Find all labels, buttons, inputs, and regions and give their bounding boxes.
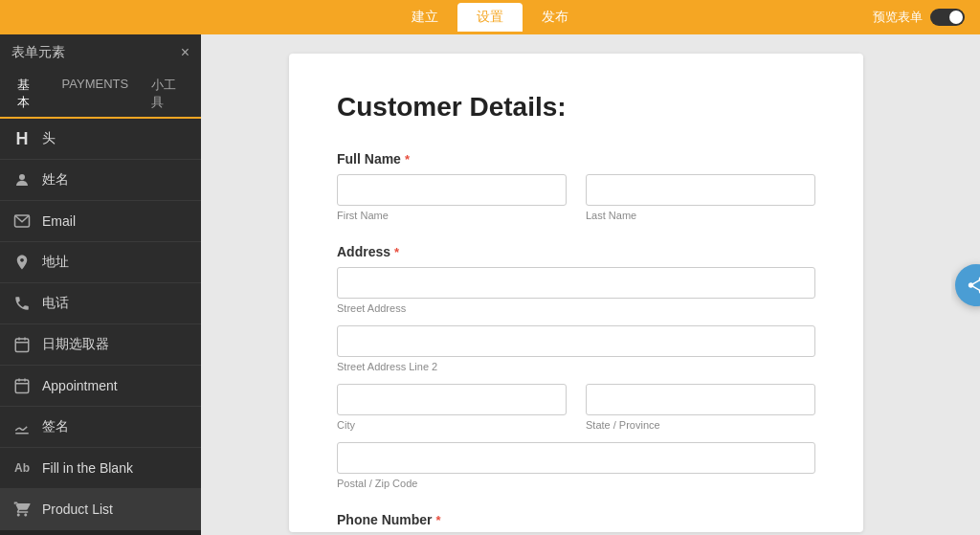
- top-navigation: 建立 设置 发布 预览表单: [0, 0, 980, 34]
- address-label: Address *: [337, 244, 815, 259]
- location-icon: [11, 252, 33, 273]
- sidebar-tab-payments[interactable]: PAYMENTS: [53, 71, 139, 117]
- sidebar-item-label: 地址: [42, 254, 69, 271]
- sidebar-item-heading[interactable]: H 头: [0, 119, 201, 160]
- sidebar-item-name[interactable]: 姓名: [0, 160, 201, 201]
- postal-sublabel: Postal / Zip Code: [337, 478, 815, 489]
- street2-input[interactable]: [337, 325, 815, 357]
- lastname-col: Last Name: [586, 174, 815, 221]
- sidebar-section-label: BASIC ELEMENTS: [0, 530, 201, 535]
- sidebar-item-datepicker[interactable]: 日期选取器: [0, 324, 201, 366]
- firstname-input[interactable]: [337, 174, 567, 206]
- signature-icon: [11, 416, 33, 437]
- preview-label: 预览表单: [873, 9, 923, 26]
- form-canvas: Customer Details: Full Name * First Name…: [289, 54, 863, 532]
- firstname-sublabel: First Name: [337, 210, 567, 221]
- sidebar-items-list: H 头 姓名 Email 地址: [0, 119, 201, 535]
- nav-tab-settings[interactable]: 设置: [457, 3, 523, 32]
- sidebar-close-button[interactable]: ×: [181, 44, 189, 61]
- sidebar-item-label: 姓名: [42, 171, 69, 189]
- nav-tabs: 建立 设置 发布: [392, 3, 588, 32]
- fab-button[interactable]: [955, 264, 980, 306]
- sidebar-item-label: 电话: [42, 295, 69, 312]
- heading-icon: H: [11, 128, 33, 149]
- phone-label: Phone Number *: [337, 512, 815, 527]
- lastname-sublabel: Last Name: [586, 210, 815, 221]
- sidebar-tab-basic[interactable]: 基本: [8, 71, 49, 119]
- fullname-label: Full Name *: [337, 151, 815, 167]
- nav-right-area: 预览表单: [873, 9, 965, 26]
- person-icon: [11, 169, 33, 190]
- share-icon: [966, 275, 980, 296]
- fullname-row: First Name Last Name: [337, 174, 815, 221]
- state-sublabel: State / Province: [586, 419, 815, 431]
- sidebar-item-address[interactable]: 地址: [0, 242, 201, 283]
- sidebar-item-email[interactable]: Email: [0, 201, 201, 242]
- phone-section: Phone Number *: [337, 512, 815, 527]
- required-star-address: *: [394, 245, 399, 259]
- postal-col: Postal / Zip Code: [337, 442, 815, 489]
- sidebar: 表单元素 × 基本 PAYMENTS 小工具 H 头 姓名: [0, 34, 201, 535]
- fullname-section: Full Name * First Name Last Name: [337, 151, 815, 221]
- sidebar-item-product-list[interactable]: Product List: [0, 489, 201, 530]
- street1-col: Street Address: [337, 267, 815, 314]
- sidebar-item-label: Product List: [42, 502, 113, 517]
- sidebar-item-signature[interactable]: 签名: [0, 407, 201, 448]
- street1-input[interactable]: [337, 267, 815, 299]
- sidebar-item-fill-blank[interactable]: Ab Fill in the Blank: [0, 448, 201, 489]
- form-title: Customer Details:: [337, 92, 815, 123]
- content-area: Customer Details: Full Name * First Name…: [201, 34, 951, 535]
- state-col: State / Province: [586, 384, 815, 431]
- required-star: *: [405, 152, 410, 167]
- cart-icon: [11, 499, 33, 520]
- sidebar-item-label: Appointment: [42, 378, 118, 393]
- state-input[interactable]: [586, 384, 815, 415]
- toggle-knob: [949, 11, 963, 24]
- sidebar-tabs: 基本 PAYMENTS 小工具: [0, 71, 201, 119]
- sidebar-header: 表单元素 ×: [0, 34, 201, 71]
- sidebar-item-phone[interactable]: 电话: [0, 283, 201, 324]
- firstname-col: First Name: [337, 174, 567, 221]
- city-state-row: City State / Province: [337, 384, 815, 431]
- email-icon: [11, 211, 33, 232]
- city-col: City: [337, 384, 567, 431]
- sidebar-item-label: 签名: [42, 418, 69, 435]
- sidebar-item-label: Email: [42, 213, 76, 229]
- sidebar-tab-tools[interactable]: 小工具: [142, 71, 193, 117]
- right-panel: [951, 34, 980, 535]
- required-star-phone: *: [436, 513, 441, 527]
- appointment-icon: [11, 375, 33, 396]
- sidebar-item-label: 头: [42, 130, 56, 147]
- calendar-icon: [11, 334, 33, 355]
- city-input[interactable]: [337, 384, 567, 415]
- street2-sublabel: Street Address Line 2: [337, 361, 815, 372]
- fillblank-icon: Ab: [11, 457, 33, 479]
- city-sublabel: City: [337, 419, 567, 431]
- sidebar-item-label: Fill in the Blank: [42, 460, 133, 476]
- svg-rect-2: [15, 339, 29, 352]
- nav-tab-build[interactable]: 建立: [392, 3, 457, 32]
- street2-col: Street Address Line 2: [337, 325, 815, 372]
- phone-icon: [11, 293, 33, 314]
- sidebar-item-appointment[interactable]: Appointment: [0, 366, 201, 407]
- sidebar-title: 表单元素: [11, 44, 65, 61]
- preview-toggle[interactable]: [930, 9, 965, 26]
- address-section: Address * Street Address Street Address …: [337, 244, 815, 489]
- sidebar-item-label: 日期选取器: [42, 336, 109, 353]
- main-layout: 表单元素 × 基本 PAYMENTS 小工具 H 头 姓名: [0, 34, 980, 535]
- lastname-input[interactable]: [586, 174, 815, 206]
- nav-tab-publish[interactable]: 发布: [523, 3, 588, 32]
- svg-point-0: [19, 174, 25, 180]
- svg-rect-6: [15, 380, 29, 393]
- street1-sublabel: Street Address: [337, 302, 815, 314]
- postal-input[interactable]: [337, 442, 815, 474]
